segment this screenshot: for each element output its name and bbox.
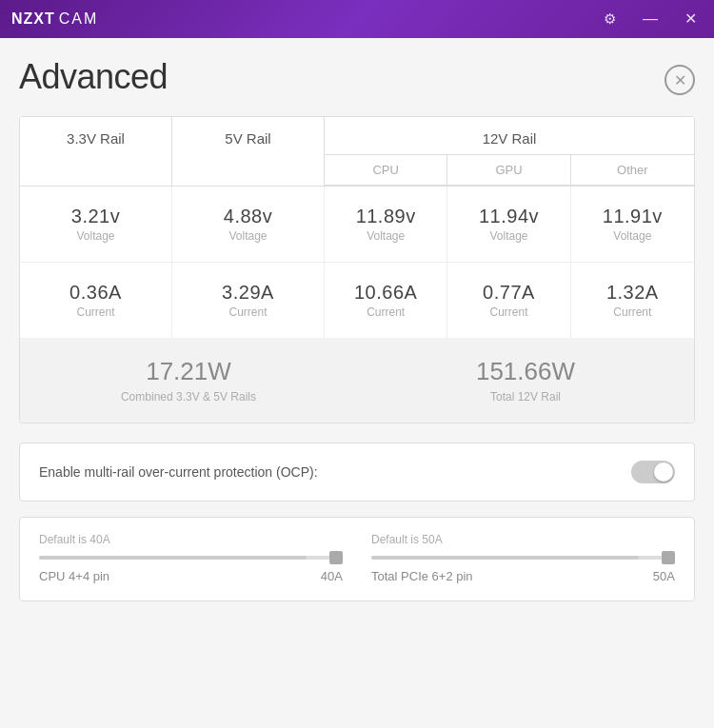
combined-label: Combined 3.3V & 5V Rails [20, 390, 357, 403]
header-3v: 3.3V Rail [20, 117, 172, 187]
current-3v-cell: 0.36A Current [20, 263, 172, 338]
voltage-cpu-label: Voltage [367, 229, 405, 243]
current-cpu-cell: 10.66A Current [325, 263, 447, 338]
current-cpu-label: Current [367, 305, 405, 319]
voltage-3v-value: 3.21v [71, 206, 120, 227]
close-icon: ✕ [674, 71, 686, 89]
title-bar-controls: ⚙ — ✕ [598, 10, 703, 29]
header-12v-subs: CPU GPU Other [325, 155, 694, 186]
current-other-value: 1.32A [606, 282, 659, 304]
current-other-cell: 1.32A Current [571, 263, 694, 338]
summary-combined: 17.21W Combined 3.3V & 5V Rails [20, 357, 357, 403]
current-cpu-value: 10.66A [354, 282, 417, 304]
current-3v-value: 0.36A [69, 282, 122, 304]
app-window: NZXT CAM ⚙ — ✕ Advanced ✕ [0, 0, 714, 728]
voltage-other-cell: 11.91v Voltage [571, 187, 694, 262]
voltage-cpu-value: 11.89v [356, 206, 416, 227]
slider-pcie-value: 50A [653, 569, 675, 583]
slider-cpu-default: Default is 40A [39, 533, 343, 546]
total-value: 151.66W [357, 357, 694, 386]
slider-pcie-track[interactable] [371, 556, 675, 560]
slider-cpu-track[interactable] [39, 556, 343, 560]
header-12v-label: 12V Rail [325, 117, 694, 155]
summary-band: 17.21W Combined 3.3V & 5V Rails 151.66W … [20, 338, 694, 423]
voltage-row: 3.21v Voltage 4.88v Voltage 11.89v Volta… [20, 187, 694, 263]
total-label: Total 12V Rail [357, 390, 694, 403]
summary-total: 151.66W Total 12V Rail [357, 357, 694, 403]
slider-cpu-footer: CPU 4+4 pin 40A [39, 569, 343, 583]
slider-cpu-fill [39, 556, 307, 560]
minimize-icon: — [643, 10, 658, 27]
title-bar: NZXT CAM ⚙ — ✕ [0, 0, 714, 38]
logo-nzxt: NZXT [11, 10, 55, 28]
voltage-gpu-label: Voltage [489, 229, 527, 243]
slider-cpu-value: 40A [321, 569, 343, 583]
ocp-row: Enable multi-rail over-current protectio… [19, 443, 695, 502]
title-bar-logo: NZXT CAM [11, 10, 598, 28]
current-other-label: Current [613, 305, 651, 319]
voltage-gpu-cell: 11.94v Voltage [447, 187, 570, 262]
sub-gpu: GPU [447, 155, 570, 185]
page-close-button[interactable]: ✕ [664, 65, 695, 95]
slider-pcie: Default is 50A Total PCIe 6+2 pin 50A [371, 533, 675, 583]
voltage-other-value: 11.91v [603, 206, 663, 227]
voltage-other-label: Voltage [613, 229, 651, 243]
current-row: 0.36A Current 3.29A Current 10.66A Curre… [20, 263, 694, 338]
voltage-5v-cell: 4.88v Voltage [172, 187, 325, 262]
content-area: Advanced ✕ 3.3V Rail 5V Rail 12V Rail CP… [0, 38, 714, 728]
voltage-5v-value: 4.88v [224, 206, 272, 227]
minimize-button[interactable]: — [637, 10, 664, 29]
current-5v-value: 3.29A [222, 282, 274, 304]
header-5v: 5V Rail [172, 117, 325, 187]
voltage-cpu-cell: 11.89v Voltage [325, 187, 447, 262]
voltage-3v-cell: 3.21v Voltage [20, 187, 172, 262]
page-header: Advanced ✕ [19, 57, 695, 97]
ocp-toggle[interactable] [631, 461, 675, 483]
sub-other: Other [571, 155, 694, 185]
sub-cpu: CPU [325, 155, 447, 185]
voltage-3v-label: Voltage [76, 229, 114, 243]
slider-cpu-label: CPU 4+4 pin [39, 569, 109, 583]
slider-pcie-thumb[interactable] [662, 551, 675, 564]
slider-grid: Default is 40A CPU 4+4 pin 40A Default i… [39, 533, 675, 583]
window-close-button[interactable]: ✕ [679, 10, 703, 29]
slider-cpu-thumb[interactable] [329, 551, 343, 564]
rail-header-row: 3.3V Rail 5V Rail 12V Rail CPU GPU Other [20, 117, 694, 187]
current-5v-label: Current [228, 305, 267, 319]
gear-icon: ⚙ [604, 10, 616, 27]
toggle-knob [654, 462, 673, 482]
slider-section: Default is 40A CPU 4+4 pin 40A Default i… [19, 517, 695, 601]
ocp-label: Enable multi-rail over-current protectio… [39, 464, 318, 480]
rail-table: 3.3V Rail 5V Rail 12V Rail CPU GPU Other… [19, 116, 695, 423]
slider-cpu: Default is 40A CPU 4+4 pin 40A [39, 533, 343, 583]
window-close-icon: ✕ [684, 10, 697, 27]
slider-pcie-fill [371, 556, 639, 560]
combined-value: 17.21W [20, 357, 357, 386]
slider-pcie-footer: Total PCIe 6+2 pin 50A [371, 569, 675, 583]
current-5v-cell: 3.29A Current [172, 263, 325, 338]
settings-button[interactable]: ⚙ [598, 10, 622, 29]
logo-cam: CAM [59, 10, 99, 28]
header-12v-container: 12V Rail CPU GPU Other [325, 117, 694, 187]
current-gpu-label: Current [489, 305, 527, 319]
current-gpu-value: 0.77A [483, 282, 535, 304]
voltage-gpu-value: 11.94v [479, 206, 539, 227]
page-title: Advanced [19, 57, 168, 97]
current-3v-label: Current [76, 305, 114, 319]
slider-pcie-default: Default is 50A [371, 533, 675, 546]
voltage-5v-label: Voltage [228, 229, 267, 243]
current-gpu-cell: 0.77A Current [447, 263, 570, 338]
slider-pcie-label: Total PCIe 6+2 pin [371, 569, 473, 583]
